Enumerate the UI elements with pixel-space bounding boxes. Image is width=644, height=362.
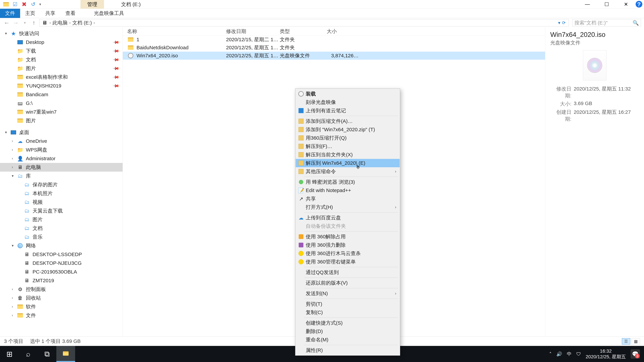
tree-item[interactable]: ›🗑回收站 [0,294,122,302]
context-menu-item[interactable]: 添加到压缩文件(A)… [296,117,400,125]
context-menu-item[interactable]: 打开方式(H)› [296,203,400,211]
tree-item[interactable]: ›📁WPS网盘 [0,145,122,154]
table-row[interactable]: 12020/12/15, 星期二 1…文件夹 [123,35,545,43]
ribbon-tab-view[interactable]: 查看 [60,9,80,18]
tree-item[interactable]: 🖥ZMT2019 [0,276,122,285]
breadcrumb-item[interactable]: 文档 (E:) [72,19,92,26]
chevron-right-icon[interactable]: › [12,287,13,292]
table-row[interactable]: Win7x64_2020.iso2020/12/25, 星期五 1…光盘映像文件… [123,52,545,60]
context-menu-item[interactable]: 发送到(N)› [296,289,400,298]
chevron-right-icon[interactable]: › [12,296,13,300]
tree-quick-access[interactable]: ▾ ★ 快速访问 [0,29,122,38]
chevron-right-icon[interactable]: › [12,313,13,318]
tree-item[interactable]: 🖥DESKTOP-NJEU3CG [0,259,122,268]
taskbar-clock[interactable]: 16:32 2020/12/25, 星期五 [586,348,626,360]
qat-dropdown-icon[interactable]: ▾ [39,2,41,6]
context-menu-item[interactable]: ☁上传到百度云盘 [296,214,400,222]
context-menu-item[interactable]: 上传到有道云笔记 [296,106,400,115]
search-task-button[interactable]: ⌕ [19,346,38,362]
chevron-right-icon[interactable]: › [12,305,13,309]
col-size[interactable]: 大小 [327,28,362,35]
context-menu-item[interactable]: 解压到(F)… [296,142,400,150]
breadcrumb-dropdown-icon[interactable]: ▾ [558,20,560,25]
context-menu-item[interactable]: 复制(C) [296,308,400,317]
tree-item[interactable]: ›软件 [0,302,122,311]
tree-item[interactable]: ▾网络 [0,241,122,250]
view-details-button[interactable]: ☰ [622,338,630,345]
chevron-right-icon[interactable]: › [49,20,52,25]
tree-item[interactable]: ▾🗂库 [0,172,122,180]
context-menu-item[interactable]: 重命名(M) [296,336,400,344]
close-button[interactable]: ✕ [616,0,636,8]
chevron-down-icon[interactable]: ▾ [12,244,14,248]
volume-icon[interactable]: 🔊 [556,351,562,357]
table-row[interactable]: BaiduNetdiskDownload2020/12/25, 星期五 1…文件… [123,43,545,52]
ribbon-tab-disc-tools[interactable]: 光盘映像工具 [89,9,129,18]
chevron-right-icon[interactable]: › [12,156,13,161]
tree-item[interactable]: 🖥PC-20190530OBLA [0,268,122,276]
ribbon-tab-file[interactable]: 文件 [0,9,20,18]
view-thumbnails-button[interactable]: ▦ [632,338,640,345]
context-menu-item[interactable]: 使用 360进行木马云查杀 [296,249,400,258]
context-menu-item[interactable]: ↗共享 [296,195,400,203]
tree-item[interactable]: 🗂图片 [0,215,122,224]
breadcrumb-item[interactable]: 此电脑 [52,19,68,26]
tree-item[interactable]: 🗂天翼云盘下载 [0,206,122,215]
tree-item[interactable]: 🗂本机照片 [0,189,122,198]
context-menu-item[interactable]: 添加到 "Win7x64_2020.zip" (T) [296,125,400,134]
tree-quick-item[interactable]: Desktop📌 [0,38,122,46]
tree-item[interactable]: 🗂文档 [0,224,122,233]
context-menu-item[interactable]: 剪切(T) [296,300,400,308]
ribbon-tab-home[interactable]: 主页 [20,9,40,18]
context-menu-item[interactable]: 装载 [296,90,400,98]
context-menu-item[interactable]: 使用 360管理右键菜单 [296,258,400,266]
context-menu-item[interactable]: 属性(R) [296,346,400,355]
tree-item[interactable]: ›☁OneDrive [0,137,122,145]
tree-quick-item[interactable]: 📁文档📌 [0,55,122,64]
context-menu-item[interactable]: 使用 360解除占用 [296,232,400,241]
tree-item[interactable]: 🗂视频 [0,198,122,206]
chevron-right-icon[interactable]: › [12,148,13,152]
tree-item[interactable]: ›⚙控制面板 [0,285,122,294]
chevron-down-icon[interactable]: ▾ [5,31,7,36]
col-name[interactable]: 名称 [126,28,226,35]
context-menu-item[interactable]: 使用 360强力删除 [296,241,400,249]
chevron-right-icon[interactable]: › [68,20,71,25]
context-menu-item[interactable]: 删除(D) [296,327,400,336]
search-input[interactable]: 搜索"文档 (E:)" 🔍 [572,19,641,26]
tree-quick-item[interactable]: win7重装win7 [0,108,122,116]
tree-item[interactable]: 🖥DESKTOP-LSSOEDP [0,250,122,259]
tree-item[interactable]: 🗂保存的图片 [0,180,122,189]
nav-history-dropdown[interactable]: ▾ [21,19,28,26]
nav-up-button[interactable]: ↑ [30,19,38,26]
context-menu-item[interactable]: 📝Edit with Notepad++ [296,186,400,195]
context-menu-item[interactable]: 解压到当前文件夹(X) [296,150,400,159]
tree-quick-item[interactable]: excel表格制作求和📌 [0,73,122,81]
maximize-button[interactable]: ☐ [597,0,616,8]
start-button[interactable]: ⊞ [0,346,19,362]
tree-quick-item[interactable]: 📁下载📌 [0,46,122,55]
tray-overflow-icon[interactable]: ˄ [549,351,552,357]
task-view-button[interactable]: ⧉ [38,346,56,362]
chevron-right-icon[interactable]: › [12,139,13,143]
nav-forward-button[interactable]: → [12,19,20,26]
chevron-right-icon[interactable]: › [93,20,96,25]
tree-quick-item[interactable]: 📁图片📌 [0,64,122,73]
context-menu-item[interactable]: 还原以前的版本(V) [296,279,400,287]
context-menu-item[interactable]: 通过QQ发送到 [296,268,400,277]
properties-icon[interactable]: ☑ [12,1,18,7]
context-menu-item[interactable]: 刻录光盘映像 [296,98,400,106]
tree-item[interactable]: ›文件 [0,311,122,320]
context-menu-item[interactable]: 创建快捷方式(S) [296,319,400,327]
col-type[interactable]: 类型 [280,28,327,35]
ime-indicator[interactable]: 中 [567,351,572,357]
col-date[interactable]: 修改日期 [226,28,280,35]
context-menu-item[interactable]: 其他压缩命令› [296,167,400,176]
tree-quick-item[interactable]: YUNQISHI2019📌 [0,81,122,90]
tree-item[interactable]: 🗂音乐 [0,233,122,241]
chevron-right-icon[interactable]: › [12,165,13,169]
nav-back-button[interactable]: ← [3,19,10,26]
tree-item[interactable]: ›👤Administrator [0,154,122,163]
help-icon[interactable]: ? [636,1,642,7]
tree-quick-item[interactable]: 🖴G:\ [0,99,122,108]
